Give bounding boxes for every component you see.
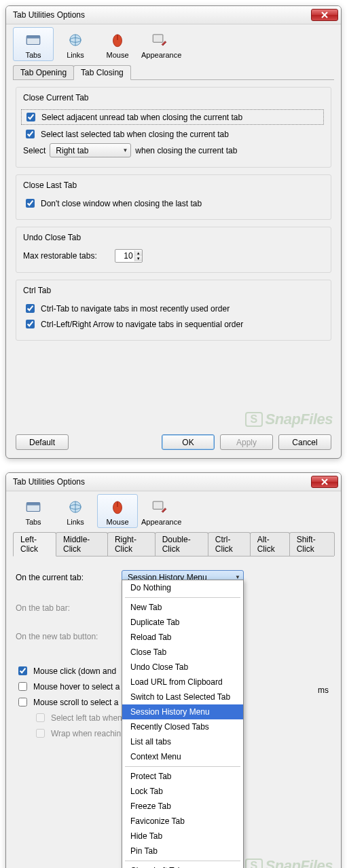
tab-ctrl-click[interactable]: Ctrl-Click <box>208 532 251 556</box>
toolbar-mouse[interactable]: Mouse <box>97 494 138 528</box>
window-close-button[interactable] <box>311 9 338 21</box>
toolbar-links[interactable]: Links <box>55 494 96 528</box>
current-tab-label: On the current tab: <box>16 573 117 582</box>
tab-middle-click[interactable]: Middle-Click <box>56 532 108 556</box>
check-mouse-scroll-label[interactable]: Mouse scroll to select a <box>16 696 118 709</box>
tab-closing-panel: Close Current Tab Select adjacent unread… <box>6 80 341 429</box>
check-mouse-click-text: Mouse click (down and <box>33 666 116 676</box>
fieldset-ctrl-tab-title: Ctrl Tab <box>20 286 54 295</box>
select-tab-direction[interactable]: Right tab ▼ <box>50 143 131 157</box>
apply-button[interactable]: Apply <box>220 434 273 450</box>
mouse-icon <box>109 498 126 516</box>
new-tab-button-label: On the new tab button: <box>16 632 117 641</box>
tabs-icon <box>24 498 42 516</box>
dropdown-separator <box>125 597 240 598</box>
cancel-button[interactable]: Cancel <box>278 434 331 450</box>
default-button[interactable]: Default <box>16 434 69 450</box>
ok-button[interactable]: OK <box>162 434 215 450</box>
category-toolbar: Tabs Links Mouse Appearance <box>6 491 341 528</box>
window-close-button[interactable] <box>311 476 338 488</box>
toolbar-appearance[interactable]: Appearance <box>139 494 180 528</box>
toolbar-appearance[interactable]: Appearance <box>139 27 180 61</box>
check-mru-label[interactable]: Ctrl-Tab to navigate tabs in most recent… <box>23 302 230 315</box>
dropdown-option[interactable]: Freeze Tab <box>122 799 243 814</box>
current-tab-dropdown-menu[interactable]: Do NothingNew TabDuplicate TabReload Tab… <box>122 580 244 868</box>
dropdown-option[interactable]: Recently Closed Tabs <box>122 719 243 734</box>
check-arrows-label[interactable]: Ctrl-Left/Right Arrow to navigate tabs i… <box>23 318 243 331</box>
dropdown-option[interactable]: Pin Tab <box>122 844 243 858</box>
fieldset-close-current-title: Close Current Tab <box>20 93 92 102</box>
max-restorable-input[interactable] <box>115 251 134 261</box>
dropdown-option[interactable]: List all tabs <box>122 734 243 749</box>
max-restorable-spinner[interactable]: ▲ ▼ <box>115 249 143 263</box>
check-select-left[interactable] <box>36 713 45 722</box>
dropdown-option[interactable]: New Tab <box>122 600 243 615</box>
fieldset-undo: Undo Close Tab Max restorable tabs: ▲ ▼ <box>16 227 331 273</box>
check-arrows-text: Ctrl-Left/Right Arrow to navigate tabs i… <box>41 320 243 329</box>
check-mouse-scroll[interactable] <box>18 698 27 706</box>
check-adjacent[interactable] <box>26 113 35 121</box>
check-arrows[interactable] <box>26 320 35 328</box>
toolbar-tabs[interactable]: Tabs <box>13 27 54 61</box>
dropdown-option[interactable]: Protect Tab <box>122 769 243 784</box>
check-adjacent-label[interactable]: Select adjacent unread tab when closing … <box>24 111 242 124</box>
dropdown-option[interactable]: Hide Tab <box>122 829 243 844</box>
check-mouse-hover-label[interactable]: Mouse hover to select a <box>16 680 120 693</box>
dropdown-option[interactable]: Switch to Last Selected Tab <box>122 690 243 704</box>
toolbar-tabs-label: Tabs <box>15 518 52 526</box>
tab-opening[interactable]: Tab Opening <box>13 65 74 79</box>
check-select-left-text: Select left tab when <box>51 713 122 723</box>
fieldset-ctrl-tab: Ctrl Tab Ctrl-Tab to navigate tabs in mo… <box>16 280 331 341</box>
tab-double-click[interactable]: Double-Click <box>155 532 208 556</box>
select-suffix: when closing the current tab <box>135 146 237 155</box>
tab-closing[interactable]: Tab Closing <box>73 65 131 80</box>
tabs-icon <box>24 31 42 49</box>
check-select-left-label[interactable]: Select left tab when <box>33 711 122 724</box>
tab-alt-click[interactable]: Alt-Click <box>250 532 290 556</box>
toolbar-mouse[interactable]: Mouse <box>97 27 138 61</box>
check-wrap-label[interactable]: Wrap when reachin <box>33 727 121 740</box>
spinner-down-icon[interactable]: ▼ <box>135 256 142 261</box>
dropdown-option[interactable]: Duplicate Tab <box>122 615 243 630</box>
toolbar-tabs[interactable]: Tabs <box>13 494 54 528</box>
toolbar-links[interactable]: Links <box>55 27 96 61</box>
dropdown-option[interactable]: Close Left Tabs <box>122 863 243 868</box>
tab-bar-label: On the tab bar: <box>16 603 117 613</box>
dropdown-option[interactable]: Load URL from Clipboard <box>122 675 243 690</box>
check-dont-close-label[interactable]: Don't close window when closing the last… <box>23 197 202 210</box>
tab-shift-click[interactable]: Shift-Click <box>289 532 335 556</box>
window-title: Tab Utilities Options <box>13 477 85 487</box>
spinner-up-icon[interactable]: ▲ <box>135 250 142 256</box>
links-icon <box>67 498 84 516</box>
toolbar-appearance-label: Appearance <box>141 51 178 59</box>
tab-left-click[interactable]: Left-Click <box>13 532 56 556</box>
dropdown-option[interactable]: Undo Close Tab <box>122 660 243 675</box>
dropdown-option[interactable]: Lock Tab <box>122 784 243 799</box>
check-last-selected[interactable] <box>26 130 35 138</box>
dropdown-option[interactable]: Context Menu <box>122 749 243 764</box>
titlebar: Tab Utilities Options <box>6 473 341 491</box>
check-last-selected-label[interactable]: Select last selected tab when closing th… <box>23 128 229 140</box>
close-icon <box>321 478 328 485</box>
check-dont-close-text: Don't close window when closing the last… <box>41 199 202 208</box>
dialog-mouse-leftclick: Tab Utilities Options Tabs Links Mouse A… <box>5 472 342 868</box>
check-wrap[interactable] <box>36 729 45 738</box>
check-wrap-text: Wrap when reachin <box>51 729 121 738</box>
fieldset-close-current: Close Current Tab Select adjacent unread… <box>16 87 331 168</box>
check-mru[interactable] <box>26 304 35 313</box>
dropdown-option[interactable]: Reload Tab <box>122 630 243 645</box>
svg-rect-13 <box>153 502 163 509</box>
dropdown-option[interactable]: Do Nothing <box>122 580 243 595</box>
svg-rect-6 <box>153 35 163 42</box>
check-mouse-click[interactable] <box>18 666 27 675</box>
links-icon <box>67 31 84 49</box>
check-mouse-click-label[interactable]: Mouse click (down and <box>16 664 116 677</box>
check-dont-close[interactable] <box>26 199 35 208</box>
dropdown-option[interactable]: Session History Menu <box>122 704 243 719</box>
dropdown-option[interactable]: Close Tab <box>122 645 243 660</box>
subtab-strip: Tab Opening Tab Closing <box>13 65 334 80</box>
tab-right-click[interactable]: Right-Click <box>107 532 156 556</box>
dropdown-option[interactable]: Faviconize Tab <box>122 814 243 829</box>
toolbar-links-label: Links <box>57 518 94 526</box>
check-mouse-hover[interactable] <box>18 682 27 691</box>
